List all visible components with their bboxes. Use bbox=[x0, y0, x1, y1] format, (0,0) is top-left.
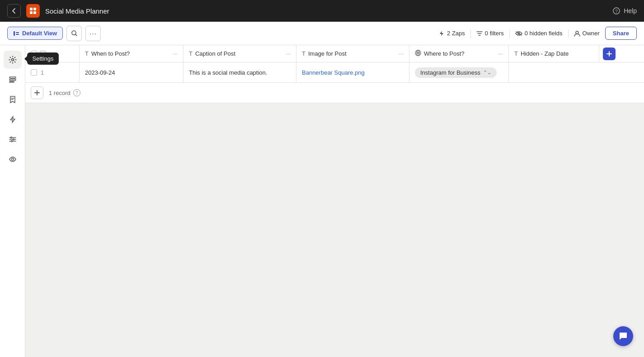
add-record-button[interactable] bbox=[31, 86, 43, 99]
sidebar-item-lightning[interactable] bbox=[4, 110, 22, 129]
help-button[interactable]: ? Help bbox=[613, 7, 637, 14]
add-col-icon[interactable] bbox=[603, 48, 616, 60]
toolbar: Default View ··· 2 Zaps 0 filters bbox=[0, 22, 644, 45]
badge-arrow-icon: ⌃⌄ bbox=[483, 70, 491, 76]
chat-button[interactable] bbox=[613, 326, 633, 346]
sidebar-item-settings[interactable]: Settings bbox=[4, 51, 22, 69]
hidden-fields-label: 0 hidden fields bbox=[525, 30, 563, 37]
help-label: Help bbox=[624, 7, 637, 14]
col-image-more[interactable]: ··· bbox=[399, 50, 404, 57]
svg-rect-8 bbox=[16, 34, 19, 35]
sidebar-item-bookmark[interactable] bbox=[4, 90, 22, 109]
cell-caption-1[interactable]: This is a social media caption. bbox=[183, 62, 296, 82]
svg-point-19 bbox=[11, 158, 14, 161]
caption-type-icon: T bbox=[189, 50, 193, 57]
when-value: 2023-09-24 bbox=[85, 69, 115, 76]
toolbar-left: Default View ··· bbox=[7, 26, 101, 41]
table-header: T When to Post? ··· T Caption of Post ··… bbox=[25, 45, 644, 62]
col-header-caption: T Caption of Post ··· bbox=[183, 45, 296, 62]
col-header-image: T Image for Post ··· bbox=[296, 45, 409, 62]
share-button[interactable]: Share bbox=[605, 27, 637, 40]
svg-rect-6 bbox=[14, 31, 15, 36]
col-where-label: Where to Post? bbox=[424, 50, 465, 57]
svg-rect-1 bbox=[33, 8, 36, 10]
zaps-label: 2 Zaps bbox=[447, 30, 465, 37]
where-badge-text: Instagram for Business bbox=[420, 69, 480, 76]
add-record-row: 1 record ? bbox=[25, 83, 644, 103]
when-type-icon: T bbox=[85, 50, 89, 57]
hidden-type-icon: T bbox=[514, 50, 518, 57]
col-header-check bbox=[25, 45, 80, 62]
cell-check-1[interactable]: 1 bbox=[25, 62, 80, 82]
app-title: Social Media Planner bbox=[45, 7, 109, 15]
main-layout: Settings bbox=[0, 45, 644, 357]
more-options-button[interactable]: ··· bbox=[85, 26, 101, 41]
image-type-icon: T bbox=[302, 50, 306, 57]
table-row: 1 2023-09-24 This is a social media capt… bbox=[25, 62, 644, 83]
svg-rect-20 bbox=[40, 51, 46, 57]
svg-point-16 bbox=[10, 137, 12, 138]
back-button[interactable] bbox=[7, 4, 21, 18]
sidebar-item-list[interactable] bbox=[4, 71, 22, 89]
col-header-hidden: T Hidden - Zap Date bbox=[509, 45, 599, 62]
col-caption-more[interactable]: ··· bbox=[286, 50, 291, 57]
col-when-more[interactable]: ··· bbox=[173, 50, 178, 57]
app-icon bbox=[26, 4, 40, 18]
add-column-button[interactable] bbox=[599, 45, 619, 62]
col-where-more[interactable]: ··· bbox=[498, 50, 503, 57]
top-bar-left: Social Media Planner bbox=[7, 4, 109, 18]
svg-rect-3 bbox=[33, 11, 36, 14]
zaps-button[interactable]: 2 Zaps bbox=[438, 30, 465, 37]
owner-label: Owner bbox=[583, 30, 600, 37]
where-badge[interactable]: Instagram for Business ⌃⌄ bbox=[415, 67, 497, 78]
svg-text:?: ? bbox=[615, 9, 618, 14]
svg-point-12 bbox=[11, 59, 14, 61]
filters-button[interactable]: 0 filters bbox=[476, 30, 504, 37]
default-view-button[interactable]: Default View bbox=[7, 27, 63, 40]
cell-where-1[interactable]: Instagram for Business ⌃⌄ bbox=[409, 62, 509, 82]
cell-image-1[interactable]: Bannerbear Square.png bbox=[296, 62, 409, 82]
sidebar-item-sliders[interactable] bbox=[4, 130, 22, 148]
divider-3 bbox=[568, 29, 569, 38]
hidden-fields-button[interactable]: 0 hidden fields bbox=[515, 30, 563, 37]
svg-rect-0 bbox=[30, 8, 33, 10]
row-number: 1 bbox=[41, 69, 44, 76]
filters-label: 0 filters bbox=[485, 30, 504, 37]
caption-value: This is a social media caption. bbox=[189, 69, 267, 76]
table-wrapper: T When to Post? ··· T Caption of Post ··… bbox=[25, 45, 644, 103]
svg-rect-15 bbox=[9, 81, 14, 82]
search-button[interactable] bbox=[66, 26, 82, 41]
divider bbox=[470, 29, 471, 38]
col-caption-label: Caption of Post bbox=[195, 50, 235, 57]
row-checkbox[interactable] bbox=[31, 69, 37, 76]
toolbar-right: 2 Zaps 0 filters 0 hidden fields Owner bbox=[438, 27, 637, 40]
svg-point-18 bbox=[11, 141, 12, 142]
svg-rect-2 bbox=[30, 11, 33, 14]
divider-2 bbox=[509, 29, 510, 38]
cell-when-1[interactable]: 2023-09-24 bbox=[80, 62, 183, 82]
image-link[interactable]: Bannerbear Square.png bbox=[302, 69, 365, 76]
table-area: T When to Post? ··· T Caption of Post ··… bbox=[25, 45, 644, 357]
col-hidden-label: Hidden - Zap Date bbox=[521, 50, 569, 57]
sidebar: Settings bbox=[0, 45, 25, 357]
owner-button[interactable]: Owner bbox=[574, 30, 600, 37]
svg-rect-7 bbox=[16, 32, 19, 33]
svg-point-11 bbox=[576, 31, 578, 34]
svg-rect-13 bbox=[9, 77, 16, 78]
where-type-icon bbox=[415, 50, 421, 57]
record-count-help[interactable]: ? bbox=[73, 89, 80, 96]
col-when-label: When to Post? bbox=[91, 50, 130, 57]
col-header-where: Where to Post? ··· bbox=[409, 45, 509, 62]
record-count-text: 1 record bbox=[49, 90, 71, 96]
dots-icon: ··· bbox=[89, 29, 97, 37]
top-bar: Social Media Planner ? Help bbox=[0, 0, 644, 22]
cell-hidden-1[interactable] bbox=[509, 62, 599, 82]
svg-rect-14 bbox=[9, 79, 16, 81]
col-image-label: Image for Post bbox=[308, 50, 347, 57]
col-header-when: T When to Post? ··· bbox=[80, 45, 183, 62]
view-label: Default View bbox=[22, 30, 57, 37]
svg-point-17 bbox=[13, 139, 14, 140]
record-count: 1 record ? bbox=[49, 89, 80, 96]
sidebar-item-eye[interactable] bbox=[4, 150, 22, 168]
header-checkbox[interactable] bbox=[31, 51, 37, 57]
